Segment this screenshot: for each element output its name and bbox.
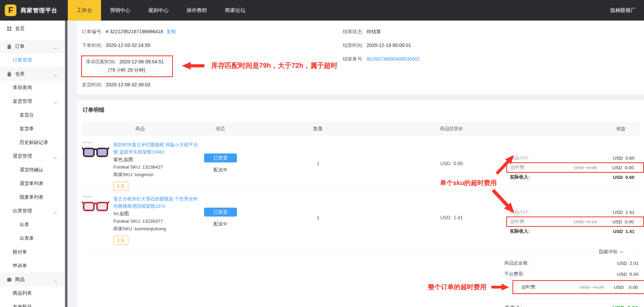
nav-tab-rules[interactable]: 规则中心 bbox=[139, 0, 178, 21]
column-header-status: 状态 bbox=[198, 126, 243, 132]
product-title-link[interactable]: 新款时尚复古米钉眼镜框 韩版小方框平光镜 蓝膜学生框架镜15942 bbox=[113, 141, 198, 156]
merchant-name[interactable]: 德林眼镜厂 bbox=[610, 7, 644, 14]
order-summary: 商品总金额: USD 2.01 平台费用: USD 0.00 bbox=[504, 258, 639, 280]
quantity-value: 1 bbox=[243, 136, 393, 191]
product-title-link[interactable]: 复古方框米钉大理石纹眼镜架 个性男女时尚眼镜框潮流框架镜2373 bbox=[113, 195, 198, 210]
overtime-fee-new-value: USD 0.00 bbox=[605, 219, 634, 224]
settle-time-label: 结算时间: bbox=[343, 42, 363, 48]
goods-total-label: 商品总金额: bbox=[504, 260, 610, 266]
ship-time-value: 2020-12-08 02:39:03 bbox=[106, 82, 150, 87]
order-item-row: Ovt.Raw bbox=[82, 190, 639, 244]
overtime-fee-label: 超时费: bbox=[510, 219, 574, 225]
app-title: 商家管理平台 bbox=[21, 7, 58, 14]
goods-total-value: USD 2.01 bbox=[610, 261, 639, 266]
app-logo[interactable]: F bbox=[5, 4, 16, 16]
actual-income-label: 实际收入: bbox=[510, 228, 606, 234]
total-income-row: 总收入: USD 2.01 bbox=[504, 299, 639, 307]
top-nav-tabs: 工作台 营销中心 规则中心 操作教程 商家论坛 bbox=[68, 0, 254, 21]
left-arrow-icon bbox=[182, 62, 204, 70]
fordeal-sku: Fordeal SKU: 13236427 bbox=[113, 163, 198, 171]
sidebar-item-product-list[interactable]: 商品列表 bbox=[0, 286, 65, 300]
nav-tab-marketing[interactable]: 营销中心 bbox=[101, 0, 139, 21]
stock-match-duration: (79 小时 29 分钟) bbox=[86, 67, 167, 73]
order-overtime-fee-label: 超时费: bbox=[521, 284, 580, 290]
order-overtime-fee-old-value: USD -0.20 bbox=[580, 285, 604, 290]
top-navbar: F 商家管理平台 工作台 营销中心 规则中心 操作教程 商家论坛 德林眼镜厂 bbox=[0, 0, 644, 21]
sidebar-item-outbound-orders[interactable]: 出库单 bbox=[0, 232, 65, 245]
actual-income-label: 实际收入: bbox=[510, 174, 606, 180]
settle-status-label: 结算状态: bbox=[343, 29, 363, 34]
sidebar-item-returns-management[interactable]: 退货管理 bbox=[0, 149, 65, 163]
sidebar: 首页 订单 订单管理 仓库 库存查询 发货管理 发货台 发货单 历史标缺记录 退… bbox=[0, 21, 65, 307]
platform-fee-value: USD 0.00 bbox=[610, 272, 639, 277]
sidebar-item-home[interactable]: 首页 bbox=[0, 22, 65, 36]
settle-status-value: 待结算 bbox=[367, 29, 381, 34]
sidebar-item-history-missing-records[interactable]: 历史标缺记录 bbox=[0, 136, 65, 149]
right-arrow-icon bbox=[491, 284, 509, 291]
ship-time-label: 发货时间: bbox=[82, 82, 102, 87]
nav-tab-workbench[interactable]: 工作台 bbox=[68, 0, 101, 21]
sidebar-item-appeal-orders[interactable]: 申诉单 bbox=[0, 259, 65, 273]
glasses-image bbox=[82, 198, 109, 213]
column-header-income: 收益 bbox=[510, 126, 639, 132]
sidebar-item-shipping-desk[interactable]: 发货台 bbox=[0, 108, 65, 122]
sidebar-item-scrap-list[interactable]: 报废单列表 bbox=[0, 191, 65, 204]
settle-time-value: 2020-12-19 00:00:01 bbox=[367, 42, 411, 48]
subtotal-label: 商品小计: bbox=[510, 155, 606, 161]
sidebar-item-publish-product[interactable]: 发布新品 bbox=[0, 300, 65, 307]
chevron-up-icon bbox=[53, 155, 57, 160]
settle-no-link[interactable]: 80160736695408530001 bbox=[367, 56, 420, 62]
sidebar-group-warehouse[interactable]: 仓库 bbox=[0, 67, 65, 81]
order-detail-card: 订单明细 商品 状态 数量 商品结算价 收益 Ovt.Raw bbox=[77, 100, 644, 307]
merchant-sku: 商家SKU: tongmozi bbox=[113, 171, 198, 178]
fordeal-sku: Fordeal SKU: 13239377 bbox=[113, 218, 198, 225]
day-badge: 3 天 bbox=[113, 182, 128, 191]
overtime-fee-label: 超时费: bbox=[510, 164, 574, 171]
overtime-fee-old-value: USD -0.06 bbox=[574, 165, 597, 170]
order-detail-title: 订单明细 bbox=[83, 107, 644, 114]
overtime-fee-new-value: USD 0.00 bbox=[605, 165, 634, 170]
hide-detail-toggle[interactable]: 隐藏详细 bbox=[599, 249, 623, 255]
column-header-price: 商品结算价 bbox=[393, 126, 510, 132]
copy-order-no-link[interactable]: 复制 bbox=[166, 29, 176, 34]
sidebar-scrollbar[interactable] bbox=[65, 21, 67, 307]
sidebar-item-shipping-management[interactable]: 发货管理 bbox=[0, 95, 65, 108]
product-image[interactable]: Ovt.Raw bbox=[82, 195, 109, 245]
toggle-detail-row: 隐藏详细 bbox=[83, 249, 639, 255]
subtotal-label: 商品小计: bbox=[510, 209, 606, 215]
order-no-value: # 32212952167198986418 bbox=[106, 29, 163, 34]
order-fee-annotation-row: 整个订单的超时费用 超时费: USD -0.20 USD 0.00 bbox=[77, 280, 639, 294]
sidebar-group-products[interactable]: 商品 bbox=[0, 273, 65, 286]
order-no-label: 订单编号: bbox=[82, 29, 102, 34]
chevron-up-icon bbox=[53, 278, 57, 284]
briefcase-icon bbox=[7, 277, 12, 282]
stock-annotation-text: 库存匹配时间是79h，大于72h，属于超时 bbox=[211, 61, 338, 70]
status-sub-delivering: 配送中 bbox=[214, 221, 228, 227]
sidebar-item-outbound-management[interactable]: 出库管理 bbox=[0, 204, 65, 218]
sidebar-item-order-management[interactable]: 订单管理 bbox=[0, 53, 65, 67]
stock-match-highlight-box: 库存匹配时间: 2020-12-06 09:54:51 (79 小时 29 分钟… bbox=[81, 56, 173, 77]
sidebar-item-compensation-orders[interactable]: 赔付单 bbox=[0, 245, 65, 259]
order-icon bbox=[7, 44, 12, 49]
sidebar-item-returns-pending[interactable]: 退货待确认 bbox=[0, 163, 65, 177]
order-overtime-fee-new-value: USD 0.00 bbox=[614, 285, 638, 290]
stock-match-label: 库存匹配时间: bbox=[86, 59, 116, 64]
sku-overtime-fee-box: 超时费: USD -0.06 USD 0.00 bbox=[506, 162, 644, 173]
total-income-label: 总收入: bbox=[504, 305, 612, 307]
logo-letter: F bbox=[8, 6, 13, 15]
status-badge-shipped: 已发货 bbox=[204, 208, 237, 217]
nav-tab-forum[interactable]: 商家论坛 bbox=[216, 0, 254, 21]
sidebar-item-returns-list[interactable]: 退货单列表 bbox=[0, 177, 65, 191]
sidebar-group-orders[interactable]: 订单 bbox=[0, 40, 65, 53]
status-sub-delivering: 配送中 bbox=[214, 167, 228, 173]
product-image[interactable]: Ovt.Raw bbox=[82, 141, 109, 191]
table-header: 商品 状态 数量 商品结算价 收益 bbox=[82, 122, 639, 136]
quantity-value: 1 bbox=[243, 190, 393, 245]
sidebar-item-shipping-orders[interactable]: 发货单 bbox=[0, 122, 65, 136]
sidebar-item-outbound[interactable]: 出库 bbox=[0, 218, 65, 232]
order-info-card: 订单编号: # 32212952167198986418 复制 下单时间: 20… bbox=[77, 21, 644, 94]
nav-tab-tutorial[interactable]: 操作教程 bbox=[178, 0, 216, 21]
chevron-up-icon bbox=[53, 45, 57, 51]
warehouse-icon bbox=[7, 72, 12, 77]
sidebar-item-inventory-query[interactable]: 库存查询 bbox=[0, 81, 65, 95]
